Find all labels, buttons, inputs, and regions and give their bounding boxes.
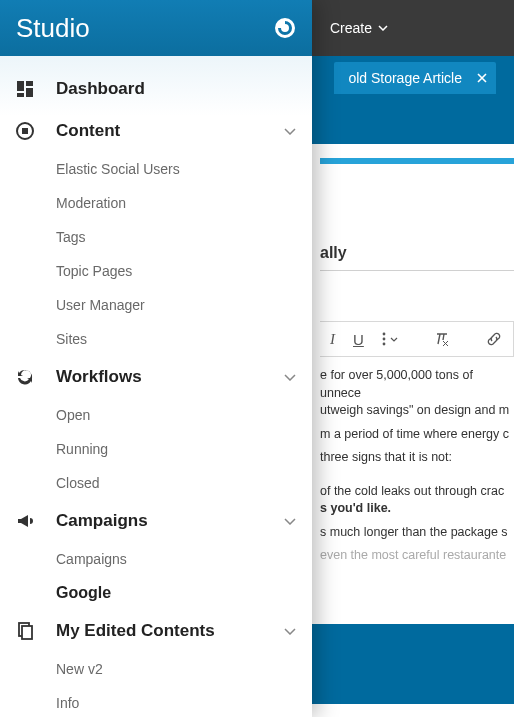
brand-logo-icon: [274, 17, 296, 39]
sidebar-item-content[interactable]: Content: [0, 110, 312, 152]
svg-rect-7: [26, 81, 33, 86]
content-icon: [16, 122, 56, 140]
sidebar-sub-sites[interactable]: Sites: [0, 322, 312, 356]
svg-rect-11: [22, 128, 28, 134]
sidebar-item-label: Workflows: [56, 367, 284, 387]
svg-rect-8: [26, 88, 33, 97]
dashboard-icon: [16, 80, 56, 98]
sidebar-sub-info[interactable]: Info: [0, 686, 312, 717]
sidebar-item-my-edited-contents[interactable]: My Edited Contents: [0, 610, 312, 652]
chevron-down-icon: [284, 518, 296, 525]
clear-format-button[interactable]: [434, 331, 450, 347]
documents-icon: [16, 622, 56, 640]
sidebar-sub-user-manager[interactable]: User Manager: [0, 288, 312, 322]
workflows-icon: [16, 368, 56, 386]
svg-point-2: [382, 343, 385, 346]
sidebar-body: Dashboard Content Elastic Social Users M…: [0, 56, 312, 717]
sidebar: Studio Dashboard Content Elastic Social …: [0, 0, 312, 717]
chevron-down-icon: [390, 337, 398, 342]
sidebar-sub-campaigns[interactable]: Campaigns: [0, 542, 312, 576]
svg-rect-13: [22, 626, 32, 639]
svg-point-0: [382, 333, 385, 336]
chevron-down-icon: [284, 628, 296, 635]
chevron-down-icon: [378, 25, 388, 31]
sidebar-item-campaigns[interactable]: Campaigns: [0, 500, 312, 542]
sidebar-sub-elastic-social-users[interactable]: Elastic Social Users: [0, 152, 312, 186]
create-label: Create: [330, 20, 372, 36]
underline-button[interactable]: U: [353, 331, 364, 348]
sidebar-sub-new-v2[interactable]: New v2: [0, 652, 312, 686]
sidebar-sub-tags[interactable]: Tags: [0, 220, 312, 254]
sidebar-sub-topic-pages[interactable]: Topic Pages: [0, 254, 312, 288]
sidebar-item-dashboard[interactable]: Dashboard: [0, 68, 312, 110]
create-menu[interactable]: Create: [330, 20, 388, 36]
italic-button[interactable]: I: [330, 331, 335, 348]
more-button[interactable]: [382, 332, 398, 346]
sidebar-item-label: Campaigns: [56, 511, 284, 531]
sidebar-header: Studio: [0, 0, 312, 56]
sidebar-sub-running[interactable]: Running: [0, 432, 312, 466]
document-heading: ally: [320, 174, 514, 271]
document-body[interactable]: e for over 5,000,000 tons of unneceutwei…: [320, 367, 514, 565]
document-tab[interactable]: old Storage Article: [334, 62, 496, 94]
sidebar-sub-closed[interactable]: Closed: [0, 466, 312, 500]
link-button[interactable]: [486, 331, 502, 347]
brand-title: Studio: [16, 13, 90, 44]
rte-toolbar: I U: [320, 321, 514, 357]
sidebar-item-workflows[interactable]: Workflows: [0, 356, 312, 398]
chevron-down-icon: [284, 128, 296, 135]
svg-rect-6: [17, 81, 24, 91]
sidebar-sub-google[interactable]: Google: [0, 576, 312, 610]
sidebar-sub-moderation[interactable]: Moderation: [0, 186, 312, 220]
sidebar-sub-open[interactable]: Open: [0, 398, 312, 432]
sidebar-item-label: Dashboard: [56, 79, 296, 99]
close-icon[interactable]: [476, 72, 488, 84]
sidebar-item-label: My Edited Contents: [56, 621, 284, 641]
svg-point-1: [382, 338, 385, 341]
tab-title: old Storage Article: [348, 70, 462, 86]
sidebar-item-label: Content: [56, 121, 284, 141]
campaigns-icon: [16, 512, 56, 530]
chevron-down-icon: [284, 374, 296, 381]
svg-rect-9: [17, 93, 24, 97]
